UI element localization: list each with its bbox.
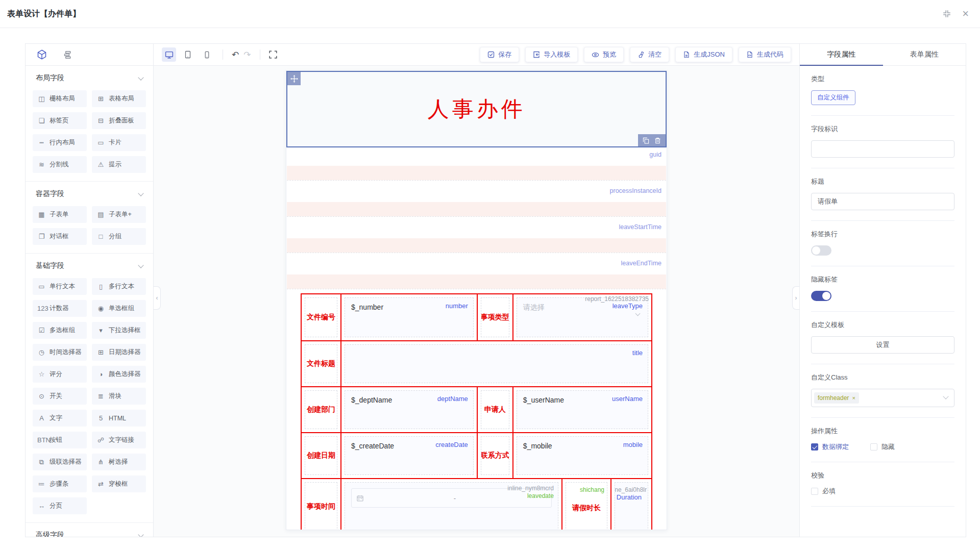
palette-item[interactable]: ❐ 对话框 [33, 228, 87, 245]
palette-item[interactable]: 5 HTML [92, 410, 146, 427]
palette-item[interactable]: ≔ 步骤条 [33, 475, 87, 492]
template-settings-button[interactable]: 设置 [811, 336, 954, 354]
palette-item[interactable]: ⊞ 日期选择器 [92, 344, 146, 361]
field-type-icon: ⊞ [96, 348, 105, 356]
fullscreen-icon[interactable] [269, 51, 277, 59]
palette-item[interactable]: ≋ 分割线 [33, 156, 87, 173]
label-cell[interactable]: 联系方式 [477, 433, 512, 478]
collapse-left-panel-handle[interactable]: ‹ [154, 286, 161, 310]
field-cell-createdate[interactable]: $_createDate createDate [340, 433, 477, 478]
palette-item[interactable]: ▤ 子表单+ [92, 206, 146, 223]
tab-form-properties[interactable]: 表单属性 [883, 44, 966, 65]
clear-button[interactable]: 清空 [630, 47, 669, 62]
desktop-view-button[interactable] [162, 47, 176, 62]
palette-item[interactable]: ▦ 子表单 [33, 206, 87, 223]
field-cell-daterange[interactable]: inline_nym8mcrd leavedate - [340, 479, 561, 530]
custom-class-select[interactable]: formheader × [811, 389, 954, 407]
required-checkbox[interactable]: 必填 [811, 487, 954, 496]
palette-item[interactable]: ◫ 栅格布局 [33, 90, 87, 107]
generate-json-button[interactable]: 生成JSON [675, 47, 732, 62]
hidden-checkbox[interactable]: 隐藏 [870, 442, 895, 452]
group-type: 类型 自定义组件 [811, 66, 954, 116]
palette-item[interactable]: ▭ 卡片 [92, 134, 146, 151]
field-cell-mobile[interactable]: $_mobile mobile [512, 433, 651, 478]
palette-item[interactable]: ☆ 评分 [33, 366, 87, 383]
palette-item[interactable]: ⚠ 提示 [92, 156, 146, 173]
label-cell[interactable]: 创建日期 [302, 433, 340, 478]
move-icon[interactable] [287, 72, 301, 85]
palette-item[interactable]: ❏ 标签页 [33, 112, 87, 129]
hidden-field-bar [287, 166, 666, 180]
undo-icon[interactable]: ↶ [232, 51, 239, 59]
label-cell[interactable]: 事项时间 [302, 479, 340, 530]
remove-tag-icon[interactable]: × [852, 395, 855, 401]
field-cell-number[interactable]: $_number number [340, 294, 477, 340]
hide-label-toggle[interactable] [811, 291, 831, 301]
palette-item[interactable]: □ 分组 [92, 228, 146, 245]
label-cell[interactable]: 创建部门 [302, 387, 340, 432]
palette-item[interactable]: ⇄ 穿梭框 [92, 475, 146, 492]
palette-item[interactable]: ↔ 分页 [33, 497, 87, 514]
save-button[interactable]: 保存 [480, 47, 519, 62]
section-header-layout[interactable]: 布局字段 [26, 66, 153, 89]
preview-button[interactable]: 预览 [584, 47, 624, 62]
redo-icon[interactable]: ↷ [243, 51, 251, 59]
binding-tag: number [446, 302, 468, 310]
palette-item[interactable]: ≣ 滑块 [92, 388, 146, 405]
hidden-field-component[interactable]: guid [287, 147, 666, 181]
palette-item[interactable]: ⧉ 级联选择器 [33, 454, 87, 470]
label-cell[interactable]: 事项类型 [477, 294, 512, 340]
label-cell[interactable]: 申请人 [477, 387, 512, 432]
copy-icon[interactable] [643, 137, 649, 144]
close-icon[interactable]: × [962, 8, 969, 19]
palette-item[interactable]: ◉ 单选框组 [92, 300, 146, 317]
delete-icon[interactable] [654, 137, 661, 144]
section-header-basic[interactable]: 基础字段 [26, 254, 153, 277]
label-wrap-toggle[interactable] [811, 245, 831, 256]
table-layout-component[interactable]: report_1622518382735 文件编号 $_number numbe… [301, 293, 652, 530]
palette-item[interactable]: ◷ 时间选择器 [33, 344, 87, 361]
field-cell-deptname[interactable]: $_deptName deptName [340, 387, 477, 432]
palette-item[interactable]: ▯ 多行文本 [92, 278, 146, 295]
field-type-icon: ⧉ [37, 458, 46, 466]
palette-item[interactable]: ⊞ 表格布局 [92, 90, 146, 107]
section-header-container[interactable]: 容器字段 [26, 182, 153, 205]
label-cell[interactable]: 文件编号 [302, 294, 340, 340]
palette-item[interactable]: ▾ 下拉选择框 [92, 322, 146, 339]
palette-item[interactable]: ▭ 单行文本 [33, 278, 87, 295]
generate-code-button[interactable]: 生成代码 [739, 47, 791, 62]
palette-item[interactable]: BTN 按钮 [33, 432, 87, 448]
hidden-field-component[interactable]: leaveEndTime [287, 256, 666, 289]
tablet-view-button[interactable] [181, 47, 195, 62]
palette-item[interactable]: ☍ 文字链接 [92, 432, 146, 448]
field-cell-duration[interactable]: ine_6ai0h8lr Duration [610, 479, 651, 530]
tab-field-properties[interactable]: 字段属性 [800, 44, 883, 65]
palette-item[interactable]: 123 计数器 [33, 300, 87, 317]
label-cell[interactable]: 文件标题 [302, 341, 340, 386]
title-input[interactable] [811, 193, 954, 210]
outline-view-icon[interactable] [62, 50, 71, 59]
palette-item[interactable]: ┅ 行内布局 [33, 134, 87, 151]
design-canvas[interactable]: ‹ › 人事办件 [154, 66, 799, 537]
hidden-field-component[interactable]: processInstanceId [287, 184, 666, 217]
import-template-button[interactable]: 导入模板 [525, 47, 578, 62]
field-cell-title[interactable]: title [340, 341, 651, 386]
compress-icon[interactable] [943, 10, 951, 18]
data-binding-checkbox[interactable]: 数据绑定 [811, 442, 849, 452]
label-cell-duration[interactable]: shichang 请假时长 [561, 479, 610, 530]
phone-view-button[interactable] [200, 47, 214, 62]
form-header-component-selected[interactable]: 人事办件 [286, 71, 667, 147]
section-header-advanced[interactable]: 高级字段 [26, 523, 153, 537]
collapse-right-panel-handle[interactable]: › [792, 286, 799, 310]
palette-item[interactable]: ⋔ 树选择 [92, 454, 146, 470]
hidden-field-component[interactable]: leaveStartTime [287, 220, 666, 253]
field-type-icon: 123 [37, 305, 46, 312]
components-view-icon[interactable] [37, 49, 47, 60]
palette-item[interactable]: ⊟ 折叠面板 [92, 112, 146, 129]
palette-item[interactable]: A 文字 [33, 410, 87, 427]
palette-item[interactable]: ◑ 颜色选择器 [92, 366, 146, 383]
palette-item[interactable]: ⊙ 开关 [33, 388, 87, 405]
palette-item[interactable]: ☑ 多选框组 [33, 322, 87, 339]
field-cell-username[interactable]: $_userName userName [512, 387, 651, 432]
field-id-input[interactable] [811, 140, 954, 158]
